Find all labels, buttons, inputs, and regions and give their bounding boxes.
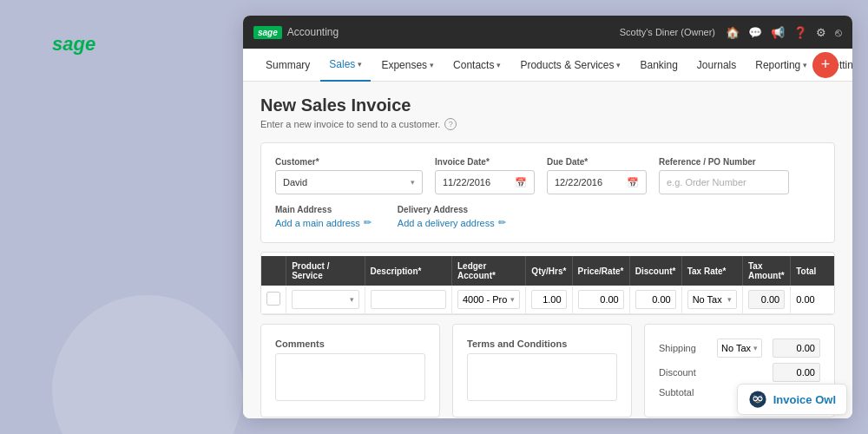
terms-card: Terms and Conditions: [452, 324, 632, 418]
shipping-tax-select[interactable]: No Tax ▾: [717, 339, 762, 358]
chevron-down-icon: ▾: [727, 295, 732, 304]
discount-label: Discount: [659, 367, 707, 378]
sage-badge: sage: [253, 26, 282, 39]
chevron-down-icon: ▾: [496, 61, 501, 69]
chevron-down-icon: ▾: [510, 295, 515, 304]
customer-input[interactable]: David ▾: [275, 170, 423, 194]
main-address-link[interactable]: Add a main address ✏: [275, 217, 372, 228]
settings-icon[interactable]: ⚙: [816, 26, 826, 39]
subtotal-label: Subtotal: [659, 387, 707, 398]
form-row-1: Customer* David ▾ Invoice Date* 11/22/20…: [275, 157, 820, 194]
nav-item-banking[interactable]: Banking: [631, 49, 686, 82]
row-product-cell[interactable]: ▾: [286, 286, 365, 314]
app-window: sage Accounting Scotty's Diner (Owner) 🏠…: [243, 16, 852, 418]
shipping-value[interactable]: 0.00: [773, 339, 820, 358]
sage-logo: sage: [52, 33, 95, 56]
col-tax-amount: Tax Amount*: [742, 256, 790, 286]
ledger-input[interactable]: 4000 - Pro ▾: [457, 290, 520, 309]
edit-icon: ✏: [498, 217, 506, 228]
calendar-icon: 📅: [515, 177, 527, 188]
col-description: Description*: [365, 256, 451, 286]
row-qty-cell[interactable]: 1.00: [526, 286, 572, 314]
discount-input[interactable]: 0.00: [635, 290, 676, 309]
product-input[interactable]: ▾: [292, 290, 358, 309]
chat-icon[interactable]: 💬: [748, 26, 762, 39]
nav-item-summary[interactable]: Summary: [257, 49, 319, 82]
svg-point-0: [749, 391, 766, 407]
chevron-down-icon: ▾: [753, 344, 758, 352]
svg-point-4: [759, 398, 761, 400]
address-section: Main Address Add a main address ✏ Delive…: [275, 205, 820, 228]
table-row: ▾ 4000 - Pro ▾: [261, 286, 834, 314]
col-discount: Discount*: [629, 256, 681, 286]
svg-point-3: [753, 398, 756, 400]
chevron-down-icon: ▾: [803, 61, 807, 69]
shipping-row: Shipping No Tax ▾ 0.00: [659, 339, 820, 358]
invoice-date-label: Invoice Date*: [435, 157, 535, 167]
svg-point-5: [755, 398, 756, 398]
edit-icon: ✏: [364, 217, 372, 228]
row-discount-cell[interactable]: 0.00: [629, 286, 681, 314]
home-icon[interactable]: 🏠: [726, 26, 740, 39]
nav-item-sales[interactable]: Sales ▾: [320, 49, 371, 82]
content-area: New Sales Invoice Enter a new invoice to…: [243, 82, 852, 418]
nav-item-products[interactable]: Products & Services ▾: [511, 49, 629, 82]
delivery-address-label: Delivery Address: [398, 205, 506, 214]
fab-button[interactable]: +: [812, 52, 838, 78]
chevron-down-icon: ▾: [430, 61, 434, 69]
row-tax-rate-cell[interactable]: No Tax ▾: [681, 286, 742, 314]
comments-textarea[interactable]: [275, 353, 425, 401]
customer-label: Customer*: [275, 157, 423, 167]
row-description-cell[interactable]: [365, 286, 451, 314]
chevron-down-icon: ▾: [411, 178, 415, 187]
terms-textarea[interactable]: [467, 353, 617, 401]
invoice-date-group: Invoice Date* 11/22/2016 📅: [435, 157, 535, 194]
chevron-down-icon: ▾: [350, 295, 354, 304]
tax-amount-display: 0.00: [748, 290, 785, 309]
shipping-label: Shipping: [659, 343, 707, 353]
help-icon[interactable]: ❓: [793, 26, 807, 39]
logout-icon[interactable]: ⎋: [835, 26, 842, 39]
nav-item-expenses[interactable]: Expenses ▾: [372, 49, 443, 82]
nav-item-reporting[interactable]: Reporting ▾: [746, 49, 816, 82]
page-title: New Sales Invoice: [260, 95, 835, 115]
col-price: Price/Rate*: [572, 256, 629, 286]
top-nav: sage Accounting Scotty's Diner (Owner) 🏠…: [243, 16, 852, 49]
megaphone-icon[interactable]: 📢: [771, 26, 785, 39]
col-checkbox: [261, 256, 286, 286]
page-subtitle: Enter a new invoice to send to a custome…: [260, 118, 835, 130]
description-input[interactable]: [371, 290, 446, 309]
row-tax-amount-cell: 0.00: [742, 286, 790, 314]
nav-item-contacts[interactable]: Contacts ▾: [444, 49, 510, 82]
help-tooltip-icon[interactable]: ?: [444, 118, 457, 130]
tax-rate-input[interactable]: No Tax ▾: [687, 290, 737, 309]
delivery-address-group: Delivery Address Add a delivery address …: [398, 205, 506, 228]
due-date-input[interactable]: 12/22/2016 📅: [547, 170, 647, 194]
invoice-owl-badge: Invoice Owl: [737, 384, 847, 415]
calendar-icon: 📅: [627, 177, 639, 188]
qty-input[interactable]: 1.00: [531, 290, 566, 309]
customer-group: Customer* David ▾: [275, 157, 423, 194]
comments-card: Comments: [260, 324, 440, 418]
invoice-date-input[interactable]: 11/22/2016 📅: [435, 170, 535, 194]
due-date-label: Due Date*: [547, 157, 647, 167]
price-input[interactable]: 0.00: [578, 290, 624, 309]
row-price-cell[interactable]: 0.00: [572, 286, 629, 314]
discount-row: Discount 0.00: [659, 363, 820, 382]
svg-point-6: [760, 398, 760, 398]
col-qty: Qty/Hrs*: [526, 256, 572, 286]
app-name: Accounting: [287, 26, 339, 38]
nav-item-journals[interactable]: Journals: [688, 49, 745, 82]
row-ledger-cell[interactable]: 4000 - Pro ▾: [451, 286, 525, 314]
row-checkbox[interactable]: [266, 292, 280, 306]
row-checkbox-cell[interactable]: [261, 286, 286, 314]
user-label: Scotty's Diner (Owner): [620, 27, 715, 37]
reference-input[interactable]: e.g. Order Number: [659, 170, 789, 194]
invoice-table-card: Product / Service Description* Ledger Ac…: [260, 252, 835, 315]
discount-value[interactable]: 0.00: [773, 363, 820, 382]
due-date-group: Due Date* 12/22/2016 📅: [547, 157, 647, 194]
main-address-group: Main Address Add a main address ✏: [275, 205, 372, 228]
secondary-nav: Summary Sales ▾ Expenses ▾ Contacts ▾ Pr…: [243, 49, 852, 82]
delivery-address-link[interactable]: Add a delivery address ✏: [398, 217, 506, 228]
form-card: Customer* David ▾ Invoice Date* 11/22/20…: [260, 142, 835, 243]
